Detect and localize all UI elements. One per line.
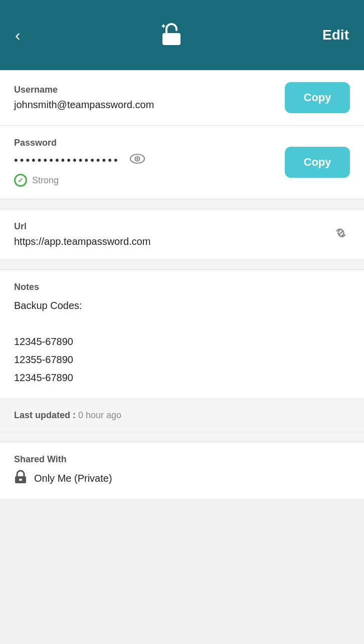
spacer-1 <box>0 199 364 209</box>
copy-username-button[interactable]: Copy <box>285 82 350 113</box>
shared-with-label: Shared With <box>14 454 350 465</box>
shared-with-value: Only Me (Private) <box>34 473 112 484</box>
back-button[interactable]: ‹ <box>15 27 21 43</box>
notes-label: Notes <box>14 282 350 292</box>
username-label: Username <box>14 85 285 95</box>
private-lock-icon <box>14 470 27 487</box>
password-label: Password <box>14 138 285 148</box>
open-url-icon[interactable] <box>332 224 350 245</box>
url-section: Url https://app.teampassword.com <box>0 209 364 260</box>
strength-label: Strong <box>32 175 59 186</box>
username-value: johnsmith@teampassword.com <box>14 99 285 111</box>
url-label: Url <box>14 221 332 232</box>
app-header: ‹ Edit <box>0 0 364 70</box>
svg-point-6 <box>136 158 138 160</box>
svg-rect-0 <box>162 33 180 45</box>
copy-password-button[interactable]: Copy <box>285 147 350 178</box>
password-dots: •••••••••••••••••• <box>14 154 120 167</box>
spacer-2 <box>0 260 364 270</box>
shared-with-section: Shared With Only Me (Private) <box>0 442 364 499</box>
notes-value: Backup Codes:12345-6789012355-6789012345… <box>14 296 350 387</box>
notes-section: Notes Backup Codes:12345-6789012355-6789… <box>0 270 364 399</box>
edit-button[interactable]: Edit <box>322 27 349 43</box>
spacer-3 <box>0 432 364 442</box>
svg-rect-8 <box>19 479 22 481</box>
username-section: Username johnsmith@teampassword.com Copy <box>0 70 364 126</box>
password-section: Password •••••••••••••••••• ✓ Strong Cop… <box>0 126 364 199</box>
toggle-password-icon[interactable] <box>130 152 145 168</box>
last-updated-value: 0 hour ago <box>78 410 121 420</box>
last-updated-label: Last updated : <box>14 410 76 420</box>
last-updated-text: Last updated : 0 hour ago <box>14 410 350 421</box>
strength-check-icon: ✓ <box>14 174 27 187</box>
url-value: https://app.teampassword.com <box>14 236 332 247</box>
app-icon <box>158 21 185 49</box>
last-updated-section: Last updated : 0 hour ago <box>0 399 364 432</box>
